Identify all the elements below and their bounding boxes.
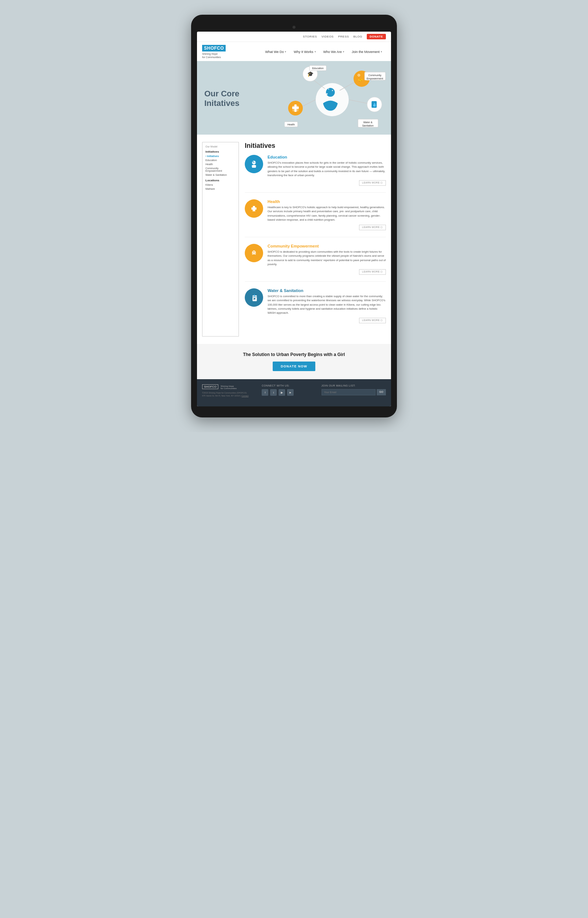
footer: SHOFCO Shining Hope for Communities ©201… [197, 379, 391, 406]
browser-window: STORIES VIDEOS PRESS BLOG DONATE SHOFCO … [197, 32, 391, 406]
svg-rect-37 [252, 210, 255, 212]
sidebar-item-mathare[interactable]: Mathare [205, 187, 236, 191]
press-link[interactable]: PRESS [338, 35, 349, 38]
hero-title: Our Core Initatives [204, 89, 239, 108]
education-icon: ★★★ [245, 155, 263, 173]
education-body: Education SHOFCO's innovation places fre… [268, 155, 386, 186]
videos-link[interactable]: VIDEOS [321, 35, 334, 38]
svg-text:⚙: ⚙ [357, 73, 360, 77]
logo-area: SHOFCO Shining Hope for Communities [202, 45, 226, 59]
sidebar: Our Model Initiatives Initiatives Educat… [202, 142, 239, 337]
community-learn-more[interactable]: LEARN MORE [359, 269, 386, 275]
sidebar-item-kibera[interactable]: Kibera [205, 183, 236, 186]
svg-text:★★★: ★★★ [253, 162, 257, 163]
chevron-down-icon: ▾ [285, 50, 286, 53]
main-navigation: What We Do ▾ Why It Works ▾ Who We Are ▾… [261, 49, 386, 55]
cta-title: The Solution to Urban Poverty Begins wit… [204, 352, 384, 357]
health-body: Health Healthcare is key to SHOFCO's hol… [268, 199, 386, 230]
svg-text:Community: Community [368, 74, 381, 77]
svg-text:Empowerment: Empowerment [367, 77, 383, 80]
health-icon [245, 199, 263, 218]
water-learn-more[interactable]: LEARN MORE [359, 318, 386, 323]
community-description: SHOFCO is dedicated to providing slum co… [268, 250, 386, 266]
youtube-icon[interactable]: ▶ [279, 389, 285, 396]
social-icons: f t ▶ ► [262, 389, 315, 396]
svg-text:💧: 💧 [253, 294, 256, 297]
footer-contact-link[interactable]: Contact [241, 395, 249, 397]
facebook-icon[interactable]: f [262, 389, 268, 396]
sidebar-item-education[interactable]: Education [205, 159, 236, 162]
logo[interactable]: SHOFCO [202, 45, 226, 52]
svg-text:Health: Health [288, 123, 295, 126]
sidebar-item-water[interactable]: Water & Sanitation [205, 173, 236, 176]
email-input[interactable] [321, 389, 376, 395]
community-body: Community Empowerment SHOFCO is dedicate… [268, 244, 386, 275]
sidebar-initiatives-title: Initiatives [205, 150, 236, 153]
svg-text:Water &: Water & [363, 121, 372, 123]
top-navigation: STORIES VIDEOS PRESS BLOG DONATE [197, 32, 391, 42]
svg-text:💧: 💧 [372, 102, 377, 107]
footer-logo-area: SHOFCO Shining Hope for Communities ©201… [202, 384, 256, 397]
sidebar-locations-title: Locations [205, 179, 236, 182]
nav-join-movement[interactable]: Join the Movement ▾ [348, 49, 386, 55]
initiatives-list: Initiatives ★★★ Education SHOFCO's inno [245, 142, 386, 337]
initiative-education: ★★★ Education SHOFCO's innovation places… [245, 155, 386, 193]
svg-rect-21 [292, 107, 299, 109]
community-title: Community Empowerment [268, 244, 386, 248]
svg-text:★: ★ [326, 92, 328, 96]
svg-text:Education: Education [312, 67, 323, 70]
footer-connect: CONNECT WITH US: f t ▶ ► [262, 384, 315, 396]
sidebar-model-title: Our Model [205, 145, 236, 148]
initiative-health: Health Healthcare is key to SHOFCO's hol… [245, 199, 386, 237]
stories-link[interactable]: STORIES [303, 35, 317, 38]
rss-icon[interactable]: ► [287, 389, 294, 396]
hero-section: Our Core Initatives ★ ★ ★ ★ [197, 61, 391, 134]
svg-line-9 [301, 100, 316, 107]
water-description: SHOFCO is committed to more than creatin… [268, 294, 386, 315]
chevron-down-icon: ▾ [315, 50, 316, 53]
svg-text:★: ★ [331, 89, 333, 92]
footer-tagline: Shining Hope for Communities [221, 385, 237, 390]
water-body: Water & Sanitation SHOFCO is committed t… [268, 288, 386, 323]
initiatives-section-title: Initiatives [245, 142, 386, 150]
sidebar-item-health[interactable]: Health [205, 163, 236, 166]
footer-copyright: ©2015 Shining Hope for Communities (SHOF… [202, 392, 256, 397]
sidebar-item-community[interactable]: Community Empowerment [205, 167, 236, 173]
blog-link[interactable]: BLOG [354, 35, 362, 38]
donate-top-button[interactable]: DONATE [367, 34, 386, 39]
main-content: Our Model Initiatives Initiatives Educat… [197, 134, 391, 344]
svg-point-40 [254, 298, 255, 300]
logo-tagline: Shining Hope for Communities [202, 52, 226, 59]
education-title: Education [268, 155, 386, 159]
nav-who-we-are[interactable]: Who We Are ▾ [320, 49, 348, 55]
health-title: Health [268, 199, 386, 204]
water-title: Water & Sanitation [268, 288, 386, 293]
sidebar-item-initiatives[interactable]: Initiatives [205, 154, 236, 158]
initiative-water: 💧 Water & Sanitation SHOFCO is committed… [245, 288, 386, 330]
camera [292, 26, 296, 29]
svg-line-7 [339, 81, 356, 91]
cta-section: The Solution to Urban Poverty Begins wit… [197, 344, 391, 379]
svg-text:🎓: 🎓 [307, 71, 314, 77]
nav-why-it-works[interactable]: Why It Works ▾ [290, 49, 319, 55]
chevron-down-icon: ▾ [343, 50, 344, 53]
health-description: Healthcare is key to SHOFCO's holistic a… [268, 205, 386, 222]
chevron-down-icon: ▾ [381, 50, 382, 53]
water-icon: 💧 [245, 288, 263, 307]
svg-line-8 [349, 100, 367, 104]
twitter-icon[interactable]: t [270, 389, 277, 396]
mailing-submit-button[interactable]: GO [377, 389, 386, 395]
health-learn-more[interactable]: LEARN MORE [359, 225, 386, 230]
footer-logo: SHOFCO [202, 384, 218, 389]
footer-top: SHOFCO Shining Hope for Communities ©201… [202, 384, 386, 397]
community-icon [245, 244, 263, 262]
nav-what-we-do[interactable]: What We Do ▾ [261, 49, 290, 55]
donate-now-button[interactable]: DONATE NOW [273, 361, 315, 371]
education-learn-more[interactable]: LEARN MORE [359, 180, 386, 186]
footer-connect-title: CONNECT WITH US: [262, 384, 315, 387]
core-initiatives-diagram: ★ ★ ★ ★ 🎓 [284, 65, 387, 131]
svg-text:🤝: 🤝 [358, 78, 363, 83]
education-description: SHOFCO's innovation places free schools … [268, 161, 386, 177]
initiative-community: Community Empowerment SHOFCO is dedicate… [245, 244, 386, 282]
footer-mailing-title: JOIN OUR MAILING LIST: [321, 384, 386, 387]
